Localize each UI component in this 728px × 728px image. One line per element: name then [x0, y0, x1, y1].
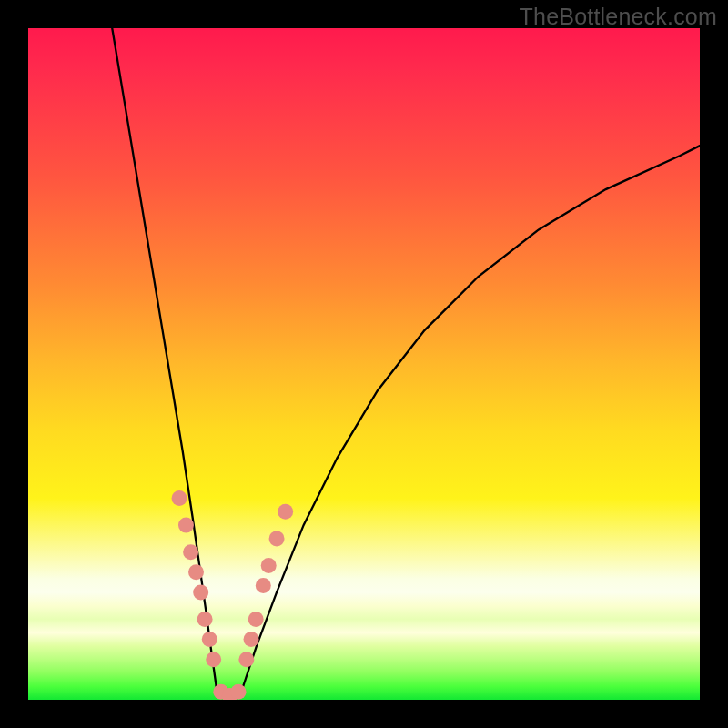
- curve-right-arm: [243, 146, 700, 686]
- data-point: [172, 490, 187, 506]
- plot-area: [28, 28, 700, 700]
- data-point: [178, 518, 194, 533]
- data-point: [256, 578, 271, 593]
- data-point: [269, 531, 285, 546]
- data-point: [193, 584, 208, 600]
- data-point: [244, 632, 259, 647]
- data-point: [202, 632, 217, 647]
- data-point: [248, 612, 264, 627]
- data-point: [188, 564, 204, 580]
- chart-frame: TheBottleneck.com: [0, 0, 728, 728]
- data-point: [230, 684, 246, 700]
- data-point: [278, 504, 293, 520]
- curve-svg: [28, 28, 700, 700]
- data-point: [206, 652, 221, 667]
- data-point: [183, 544, 198, 560]
- watermark-text: TheBottleneck.com: [520, 4, 717, 30]
- data-point: [197, 612, 213, 627]
- data-point: [238, 652, 254, 667]
- data-point: [261, 558, 277, 573]
